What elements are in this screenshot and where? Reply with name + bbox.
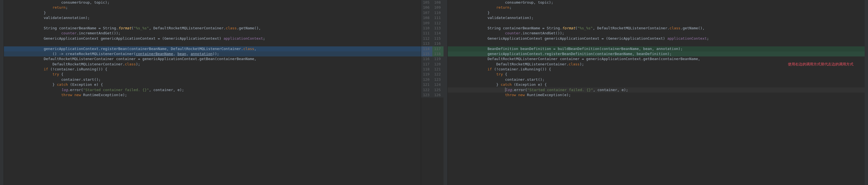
code-line[interactable]: () -> createRocketMQListenerContainer(co… <box>4 51 421 57</box>
code-token: "Started container failed. {}" <box>83 87 149 92</box>
code-token: applicationContext <box>224 36 263 41</box>
code-line[interactable]: BeanDefinition beanDefinition = buildBea… <box>448 46 865 51</box>
scrollbar[interactable] <box>865 0 868 185</box>
code-line[interactable]: return; <box>4 5 421 10</box>
line-number[interactable]: 107 <box>421 10 432 15</box>
code-line[interactable]: container.start(); <box>4 77 421 82</box>
code-line[interactable]: genericApplicationContext.registerBeanDe… <box>448 51 865 57</box>
code-token: , <box>173 51 178 57</box>
line-number[interactable]: 120 <box>432 62 443 67</box>
right-code-area[interactable]: consumerGroup, topic); return; } validat… <box>448 0 865 185</box>
line-number[interactable]: 121 <box>421 82 432 87</box>
code-line[interactable]: container.start(); <box>448 77 865 82</box>
code-line[interactable] <box>448 41 865 46</box>
line-number[interactable]: 124 <box>432 82 443 87</box>
code-token: throw new <box>505 92 525 98</box>
code-token: log <box>61 87 68 92</box>
code-line[interactable]: log.error("Started container failed. {}"… <box>448 87 865 92</box>
code-line[interactable]: consumerGroup, topic); <box>4 0 421 5</box>
line-number[interactable]: 111 <box>421 31 432 36</box>
line-number[interactable]: 105 <box>421 0 432 5</box>
code-token: annotation <box>190 51 212 57</box>
code-line[interactable]: consumerGroup, topic); <box>448 0 865 5</box>
line-number[interactable]: 122 <box>421 87 432 92</box>
code-line[interactable]: } <box>448 10 865 15</box>
code-line[interactable]: counter.incrementAndGet()); <box>448 31 865 36</box>
line-number[interactable]: 117 <box>421 62 432 67</box>
code-line[interactable]: GenericApplicationContext genericApplica… <box>448 36 865 41</box>
code-token: "%s_%s" <box>578 26 593 31</box>
line-number[interactable]: 112 <box>432 21 443 26</box>
line-number[interactable]: 118 <box>432 51 443 57</box>
line-number[interactable]: 109 <box>432 5 443 10</box>
code-line[interactable]: } catch (Exception e) { <box>4 82 421 87</box>
code-token: counter <box>61 31 77 36</box>
line-number[interactable]: 114 <box>432 31 443 36</box>
line-number[interactable]: 116 <box>421 57 432 62</box>
code-line[interactable]: try { <box>448 72 865 77</box>
code-line[interactable]: String containerBeanName = String.format… <box>448 26 865 31</box>
code-line[interactable]: } <box>4 10 421 15</box>
code-line[interactable]: if (!container.isRunning()) { <box>448 67 865 72</box>
line-number[interactable]: 110 <box>421 26 432 31</box>
line-number[interactable]: 108 <box>432 0 443 5</box>
code-line[interactable]: return; <box>448 5 865 10</box>
code-line[interactable]: DefaultRocketMQListenerContainer contain… <box>4 57 421 62</box>
line-number[interactable]: 122 <box>432 72 443 77</box>
line-number[interactable]: 115 <box>421 51 432 57</box>
code-line[interactable]: genericApplicationContext.registerBean(c… <box>4 46 421 51</box>
code-line[interactable]: GenericApplicationContext genericApplica… <box>4 36 421 41</box>
code-line[interactable] <box>448 21 865 26</box>
code-line[interactable]: log.error("Started container failed. {}"… <box>4 87 421 92</box>
line-number[interactable]: 126 <box>432 92 443 98</box>
code-line[interactable]: counter.incrementAndGet()); <box>4 31 421 36</box>
center-gutter: 1051061071081091101111121131141151161171… <box>421 0 448 185</box>
code-token: BeanDefinition beanDefinition = buildBea… <box>488 46 683 51</box>
code-line[interactable]: throw new RuntimeException(e); <box>4 92 421 98</box>
line-number[interactable]: 116 <box>432 41 443 46</box>
line-number[interactable]: 112 <box>421 36 432 41</box>
line-number[interactable]: 113 <box>432 26 443 31</box>
code-token: applicationContext <box>668 36 707 41</box>
line-number[interactable]: 118 <box>421 67 432 72</box>
code-line[interactable]: String containerBeanName = String.format… <box>4 26 421 31</box>
line-number[interactable]: 119 <box>432 57 443 62</box>
line-number[interactable]: 111 <box>432 15 443 21</box>
expand-column[interactable] <box>443 0 447 185</box>
code-line[interactable]: DefaultRocketMQListenerContainer.class);… <box>448 62 865 67</box>
code-line[interactable]: validate(annotation); <box>448 15 865 21</box>
code-line[interactable]: if (!container.isRunning()) { <box>4 67 421 72</box>
code-line[interactable] <box>4 21 421 26</box>
line-number[interactable]: 125 <box>432 87 443 92</box>
line-number[interactable]: 123 <box>432 77 443 82</box>
line-number[interactable]: 108 <box>421 15 432 21</box>
code-line[interactable]: throw new RuntimeException(e); <box>448 92 865 98</box>
code-token: )); <box>213 51 219 57</box>
code-line[interactable]: DefaultRocketMQListenerContainer.class); <box>4 62 421 67</box>
code-token: genericApplicationContext.registerBean(c… <box>44 46 243 51</box>
code-token: .getName(), <box>237 26 261 31</box>
code-line[interactable]: validate(annotation); <box>4 15 421 21</box>
line-number[interactable]: 123 <box>421 92 432 98</box>
line-number[interactable]: 109 <box>421 21 432 26</box>
line-number[interactable]: 117 <box>432 46 443 51</box>
code-line[interactable]: } catch (Exception e) { <box>448 82 865 87</box>
line-number[interactable]: 110 <box>432 10 443 15</box>
line-number[interactable]: 119 <box>421 72 432 77</box>
code-line[interactable]: DefaultRocketMQListenerContainer contain… <box>448 57 865 62</box>
code-token: return <box>52 5 66 10</box>
code-line[interactable] <box>4 41 421 46</box>
code-token: catch <box>57 82 68 87</box>
line-number[interactable]: 115 <box>432 36 443 41</box>
code-line[interactable]: try { <box>4 72 421 77</box>
left-code-area[interactable]: consumerGroup, topic); return; } validat… <box>4 0 421 185</box>
code-token: GenericApplicationContext genericApplica… <box>44 36 224 41</box>
line-number[interactable]: 121 <box>432 67 443 72</box>
code-token: ; <box>707 36 709 41</box>
line-number[interactable]: 106 <box>421 5 432 10</box>
line-number[interactable]: 113 <box>421 41 432 46</box>
code-token: RuntimeException(e); <box>81 92 127 98</box>
code-token: validate(annotation); <box>488 15 533 21</box>
line-number[interactable]: 120 <box>421 77 432 82</box>
line-number[interactable]: 114 <box>421 46 432 51</box>
